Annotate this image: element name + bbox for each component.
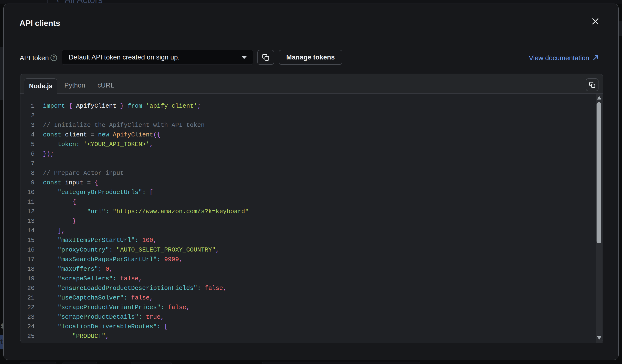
svg-text:?: ? bbox=[53, 56, 55, 60]
